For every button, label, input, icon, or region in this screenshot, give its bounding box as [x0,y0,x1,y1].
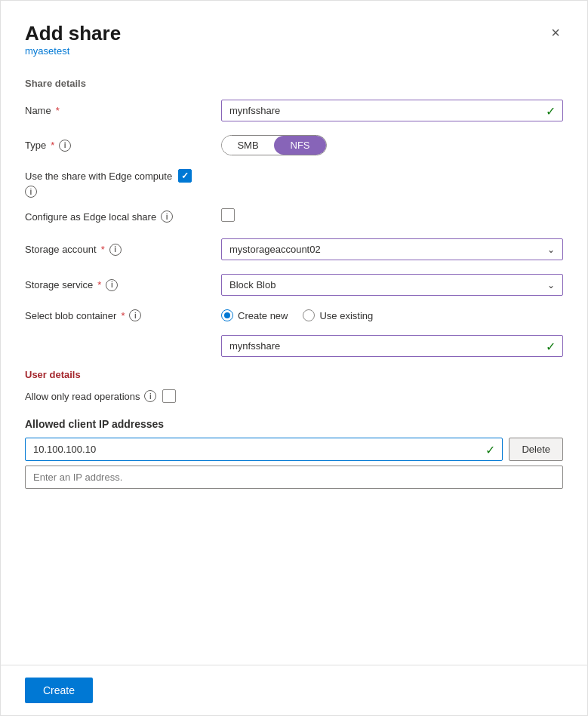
create-button[interactable]: Create [25,678,93,703]
edge-compute-row: Use the share with Edge compute i [25,169,563,198]
blob-container-required-star: * [121,310,125,321]
allow-read-label: Allow only read operations i [25,390,156,402]
name-required-star: * [56,105,60,116]
blob-container-radio-group: Create new Use existing [221,309,563,321]
dialog-title-block: Add share myasetest [25,22,121,75]
use-existing-radio[interactable] [303,309,315,321]
storage-service-value: Block Blob [229,279,276,290]
type-row: Type * i SMB NFS [25,135,563,155]
name-input[interactable] [221,100,563,121]
use-existing-label: Use existing [319,310,373,321]
add-share-dialog: Add share myasetest × Share details Name… [0,0,588,716]
name-field-control: ✓ [221,100,563,121]
container-name-check-icon: ✓ [546,339,556,353]
edge-local-row: Configure as Edge local share i [25,208,563,225]
storage-account-value: mystorageaccount02 [229,244,321,255]
storage-service-dropdown[interactable]: Block Blob ⌄ [221,274,563,296]
user-details-label: User details [25,369,563,380]
storage-account-dropdown[interactable]: mystorageaccount02 ⌄ [221,238,563,260]
allow-read-checkbox[interactable] [162,389,176,403]
type-required-star: * [51,140,54,151]
type-label: Type * i [25,140,221,152]
container-name-field-control: ✓ [221,335,563,357]
type-info-icon[interactable]: i [59,140,71,152]
storage-service-field-control: Block Blob ⌄ [221,274,563,296]
container-name-row: ✓ [25,335,563,357]
storage-account-required-star: * [101,244,105,255]
name-row: Name * ✓ [25,100,563,121]
ip-input-wrapper: ✓ [25,438,503,461]
create-new-option[interactable]: Create new [221,309,288,321]
container-name-input[interactable] [221,335,563,357]
blob-container-options: Create new Use existing [221,309,563,321]
close-button[interactable]: × [548,22,563,43]
edge-compute-info-icon[interactable]: i [25,186,37,198]
ip-input-1[interactable] [25,438,503,461]
storage-account-label: Storage account * i [25,244,221,256]
storage-service-required-star: * [97,279,101,290]
ip-check-icon: ✓ [485,442,495,456]
dialog-body: Add share myasetest × Share details Name… [1,1,587,665]
use-existing-option[interactable]: Use existing [303,309,373,321]
storage-account-row: Storage account * i mystorageaccount02 ⌄ [25,238,563,260]
create-new-radio[interactable] [221,309,233,321]
storage-service-label: Storage service * i [25,279,221,291]
type-toggle-group: SMB NFS [221,135,563,155]
name-label: Name * [25,105,221,116]
create-new-label: Create new [238,310,288,321]
user-details-section: User details Allow only read operations … [25,369,563,489]
edge-compute-label: Use the share with Edge compute [25,169,563,183]
delete-button[interactable]: Delete [509,438,563,461]
allow-read-row: Allow only read operations i [25,389,563,403]
storage-service-row: Storage service * i Block Blob ⌄ [25,274,563,296]
ip-section: Allowed client IP addresses ✓ Delete [25,418,563,489]
storage-account-field-control: mystorageaccount02 ⌄ [221,238,563,260]
edge-compute-info-row: i [25,186,563,198]
blob-container-label: Select blob container * i [25,309,221,321]
ip-placeholder-input[interactable] [25,466,563,489]
edge-compute-checkbox[interactable] [178,169,192,183]
type-smb-option[interactable]: SMB [222,136,274,155]
edge-local-info-icon[interactable]: i [161,210,173,223]
edge-local-label: Configure as Edge local share i [25,210,221,223]
edge-local-checkbox[interactable] [221,208,235,222]
dialog-subtitle: myasetest [25,45,121,57]
type-toggle[interactable]: SMB NFS [221,135,327,155]
ip-row-1: ✓ Delete [25,438,563,461]
storage-account-dropdown-arrow: ⌄ [547,244,555,255]
type-nfs-option[interactable]: NFS [274,136,326,155]
dialog-title: Add share [25,22,121,45]
allow-read-info-icon[interactable]: i [144,390,156,402]
dialog-footer: Create [1,665,587,715]
storage-service-info-icon[interactable]: i [106,279,118,291]
blob-container-info-icon[interactable]: i [129,309,141,321]
edge-local-checkbox-control [221,208,563,225]
ip-section-title: Allowed client IP addresses [25,418,563,430]
name-check-icon: ✓ [546,103,556,118]
storage-service-dropdown-arrow: ⌄ [547,280,555,290]
blob-container-row: Select blob container * i Create new Use… [25,309,563,321]
share-details-section-label: Share details [25,78,563,89]
storage-account-info-icon[interactable]: i [109,244,122,256]
title-row: Add share myasetest × [25,22,563,75]
ip-placeholder-row [25,466,563,489]
